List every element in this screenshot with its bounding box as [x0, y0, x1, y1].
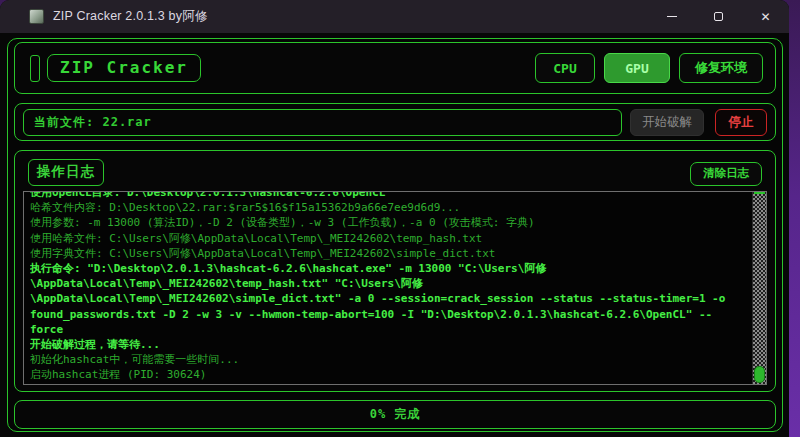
current-file-display: 当前文件: 22.rar: [23, 109, 622, 136]
progress-label: 0% 完成: [370, 406, 421, 423]
maximize-icon: [714, 12, 723, 21]
scrollbar-top-cap: [754, 192, 765, 194]
repair-env-button[interactable]: 修复环境: [679, 53, 763, 83]
stop-button[interactable]: 停止: [715, 109, 767, 136]
log-line: 使用OpenCL目录: D:\Desktop\2.0.1.3\hashcat-6…: [30, 191, 752, 200]
minimize-button[interactable]: [648, 0, 695, 33]
progress-bar: 0% 完成: [14, 400, 776, 429]
log-panel: 操作日志 清除日志 使用OpenCL目录: D:\Desktop\2.0.1.3…: [14, 150, 776, 392]
log-line: 执行命令: "D:\Desktop\2.0.1.3\hashcat-6.2.6\…: [30, 261, 752, 276]
mode-buttons: CPU GPU 修复环境: [535, 53, 763, 83]
log-scrollbar[interactable]: [752, 192, 766, 384]
log-line: 使用字典文件: C:\Users\阿修\AppData\Local\Temp\_…: [30, 246, 752, 261]
window-controls: ✕: [648, 0, 789, 33]
log-line: force: [30, 322, 752, 337]
close-icon: ✕: [760, 11, 770, 23]
titlebar: ZIP Cracker 2.0.1.3 by阿修 ✕: [0, 0, 789, 33]
log-line: found_passwords.txt -D 2 -w 3 -v --hwmon…: [30, 307, 752, 322]
minimize-icon: [667, 16, 677, 17]
log-title: 操作日志: [28, 159, 104, 186]
clear-log-button[interactable]: 清除日志: [690, 162, 762, 186]
start-crack-button[interactable]: 开始破解: [630, 109, 704, 136]
log-line: 哈希文件内容: D:\Desktop\22.rar:$rar5$16$f15a1…: [30, 200, 752, 215]
log-line: \AppData\Local\Temp\_MEI242602\temp_hash…: [30, 276, 752, 291]
app-window: ZIP Cracker 2.0.1.3 by阿修 ✕ ZIP Cracker C…: [0, 0, 789, 437]
header-bar: ZIP Cracker CPU GPU 修复环境: [14, 42, 776, 94]
cpu-mode-button[interactable]: CPU: [535, 53, 595, 83]
log-line: 启动hashcat进程 (PID: 30624): [30, 367, 752, 382]
log-output[interactable]: 使用OpenCL目录: D:\Desktop\2.0.1.3\hashcat-6…: [23, 191, 767, 385]
file-bar: 当前文件: 22.rar 开始破解 停止: [14, 103, 776, 141]
logo-bar-icon: [30, 55, 40, 82]
app-logo: ZIP Cracker: [47, 54, 201, 82]
log-line: 开始破解过程，请等待...: [30, 337, 752, 352]
close-button[interactable]: ✕: [742, 0, 789, 33]
log-line: \AppData\Local\Temp\_MEI242602\simple_di…: [30, 291, 752, 306]
window-title: ZIP Cracker 2.0.1.3 by阿修: [53, 8, 208, 25]
log-text: 使用OpenCL目录: D:\Desktop\2.0.1.3\hashcat-6…: [24, 191, 752, 384]
log-line: 使用哈希文件: C:\Users\阿修\AppData\Local\Temp\_…: [30, 231, 752, 246]
app-icon: [29, 9, 44, 24]
log-line: 使用参数: -m 13000 (算法ID)，-D 2 (设备类型)，-w 3 (…: [30, 215, 752, 230]
scrollbar-thumb[interactable]: [754, 366, 765, 383]
maximize-button[interactable]: [695, 0, 742, 33]
log-line: 初始化hashcat中，可能需要一些时间...: [30, 352, 752, 367]
gpu-mode-button[interactable]: GPU: [604, 53, 670, 83]
